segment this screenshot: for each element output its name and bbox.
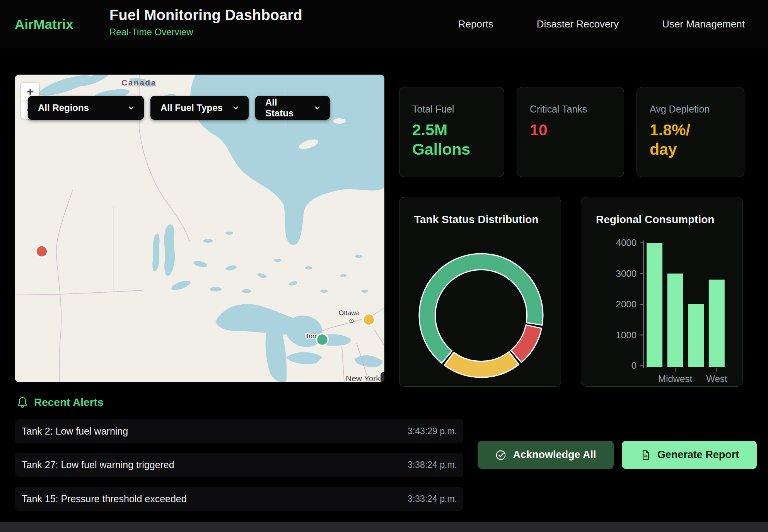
bar-region-0 [647,243,662,367]
app-logo: AirMatrix [15,0,73,48]
chevron-down-icon [232,104,240,112]
bar-region-2 [688,304,704,367]
nav-user-management[interactable]: User Management [662,18,745,30]
alert-time: 3:43:29 p.m. [408,426,457,437]
tank-marker-warning[interactable] [363,314,375,326]
recent-alerts-header: Recent Alerts [16,396,103,409]
generate-report-label: Generate Report [657,449,739,461]
stat-value: 10 [530,120,609,140]
svg-text:2000: 2000 [616,299,637,309]
basemap: Canada Ottawa Toronto New York [15,75,384,382]
bar-region-1 [667,274,683,368]
drag-dots-icon [383,375,384,382]
status-filter-value: All Status [265,97,306,119]
page-subtitle: Real-Time Overview [109,27,302,38]
stat-value: 1.8%/day [650,120,694,159]
map-label-canada: Canada [121,78,157,87]
fuel-type-filter-select[interactable]: All Fuel Types [150,96,249,120]
status-filter-select[interactable]: All Status [255,96,330,120]
map-resize-handle[interactable] [381,372,384,382]
tank-status-donut-chart [399,197,561,387]
svg-text:3000: 3000 [616,268,637,279]
svg-text:Midwest: Midwest [658,373,692,384]
region-filter-value: All Regions [38,102,89,113]
alert-row[interactable]: Tank 2: Low fuel warning 3:43:29 p.m. [15,419,463,443]
donut-segment-red-critical [511,325,541,363]
generate-report-button[interactable]: Generate Report [622,441,757,469]
stat-card-avg-depletion: Avg Depletion 1.8%/day [637,87,744,177]
tank-marker-normal[interactable] [316,334,328,345]
page-title: Fuel Monitoring Dashboard [109,7,302,24]
alert-text: Tank 27: Low fuel warning triggered [22,459,174,471]
svg-text:0: 0 [631,360,637,371]
map-filters: All Regions All Fuel Types All Status [28,96,330,120]
map-canvas[interactable]: Canada Ottawa Toronto New York + − All R… [15,75,384,382]
svg-text:1000: 1000 [616,330,637,340]
map-label-new-york: New York [346,374,380,382]
alert-text: Tank 2: Low fuel warning [22,426,128,437]
nav-reports[interactable]: Reports [458,18,493,30]
tank-marker-critical[interactable] [36,246,48,257]
map-label-ottawa: Ottawa [339,309,360,317]
svg-text:4000: 4000 [616,237,637,248]
recent-alerts-title: Recent Alerts [34,396,103,409]
alert-time: 3:38:24 p.m. [408,460,457,470]
alert-row[interactable]: Tank 15: Pressure threshold exceeded 3:3… [15,487,463,511]
acknowledge-all-label: Acknowledge All [513,449,596,461]
nav-disaster-recovery[interactable]: Disaster Recovery [537,18,619,30]
svg-text:West: West [706,373,727,384]
donut-segment-yellow-warning [444,352,519,377]
footer-strip [0,522,768,532]
page-title-block: Fuel Monitoring Dashboard Real-Time Over… [109,7,302,38]
chevron-down-icon [313,104,321,112]
check-circle-icon [495,449,507,461]
stat-label: Total Fuel [412,104,504,115]
stat-value: 2.5M Gallons [412,120,492,159]
document-icon [640,449,651,461]
regional-consumption-card: Regional Consumption 01000200030004000Mi… [581,197,743,387]
bar-region-3 [709,280,725,367]
fuel-type-filter-value: All Fuel Types [160,102,223,113]
stat-card-critical-tanks: Critical Tanks 10 [517,87,624,177]
main-nav: Reports Disaster Recovery User Managemen… [458,0,745,48]
stat-label: Avg Depletion [650,104,744,115]
fuel-monitoring-dashboard: AirMatrix Fuel Monitoring Dashboard Real… [0,0,768,532]
alert-row[interactable]: Tank 27: Low fuel warning triggered 3:38… [15,453,463,477]
bell-icon [16,396,29,409]
tank-status-distribution-card: Tank Status Distribution [399,197,561,387]
stat-label: Critical Tanks [530,104,624,115]
region-filter-select[interactable]: All Regions [28,96,144,120]
acknowledge-all-button[interactable]: Acknowledge All [478,441,614,469]
header: AirMatrix Fuel Monitoring Dashboard Real… [0,0,768,48]
stat-card-total-fuel: Total Fuel 2.5M Gallons [399,87,504,177]
alert-time: 3:33:24 p.m. [408,494,457,504]
regional-consumption-bar-chart: 01000200030004000MidwestWest [581,197,743,387]
chevron-down-icon [127,104,135,112]
alert-text: Tank 15: Pressure threshold exceeded [22,493,187,505]
